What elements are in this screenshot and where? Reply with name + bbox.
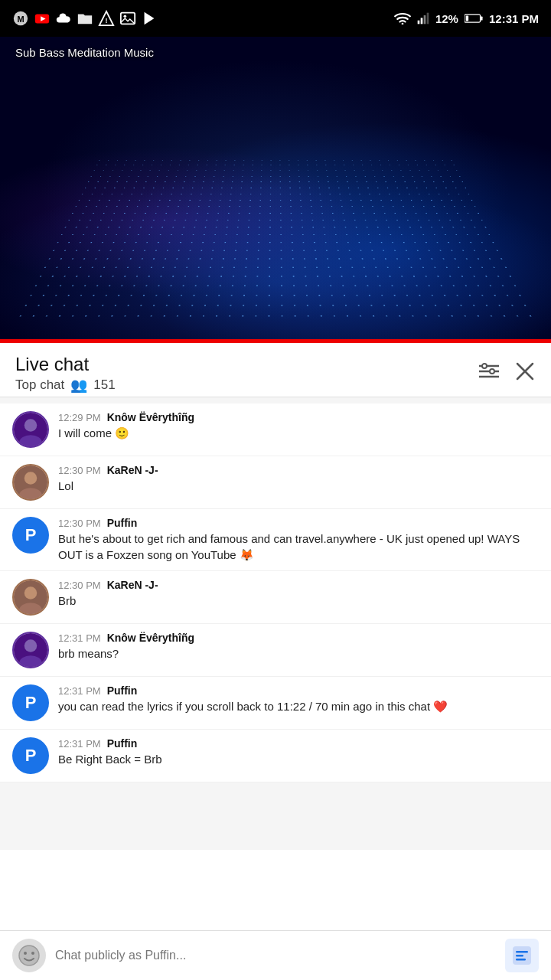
message-body: 12:31 PM Puffin you can read the lyrics … [58,684,539,714]
chat-message: P 12:31 PM Puffin Be Right Back = Brb [0,730,551,782]
avatar: P [12,517,49,554]
svg-rect-19 [482,364,487,368]
top-chat-label[interactable]: Top chat [15,377,64,393]
message-author: KaReN -J- [107,464,158,476]
chat-message: 12:30 PM KaReN -J- Lol [0,456,551,509]
message-time: 12:29 PM [58,412,101,423]
live-chat-title: Live chat [15,354,116,375]
avatar: P [12,684,49,721]
message-text: Brb [58,593,539,609]
avatar [12,579,49,616]
avatar: P [12,737,49,774]
alert-icon: ! [98,10,115,27]
message-author: Knôw Ëvêrythîñg [107,632,194,644]
m-icon: M [12,10,29,27]
emoji-button[interactable] [12,939,46,972]
folder-icon [77,10,93,27]
viewer-count: 151 [93,377,115,393]
message-text: But he's about to get rich and famous an… [58,531,539,563]
play-icon [141,10,158,27]
live-chat-title-group: Live chat Top chat 👥 151 [15,354,116,394]
message-body: 12:31 PM Knôw Ëvêrythîñg brb means? [58,632,539,662]
svg-marker-7 [145,12,155,25]
message-text: brb means? [58,645,539,662]
svg-text:M: M [17,15,24,24]
header-actions [478,361,536,387]
message-meta: 12:29 PM Knôw Ëvêrythîñg [58,411,539,423]
message-time: 12:30 PM [58,518,101,529]
message-body: 12:30 PM Puffin But he's about to get ri… [58,517,539,563]
close-button[interactable] [514,361,536,387]
signal-icon [417,12,429,24]
message-author: Knôw Ëvêrythîñg [107,411,194,423]
message-meta: 12:31 PM Puffin [58,684,539,697]
message-body: 12:31 PM Puffin Be Right Back = Brb [58,737,539,767]
image-icon [119,10,136,27]
battery-icon [465,13,483,24]
svg-rect-41 [516,959,526,961]
svg-point-24 [24,419,37,432]
avatar [12,632,49,668]
people-icon: 👥 [70,377,87,394]
message-author: Puffin [107,517,138,529]
svg-rect-9 [418,21,420,24]
svg-point-36 [24,952,27,955]
message-text: I will come 🙂 [58,425,539,441]
message-meta: 12:31 PM Knôw Ëvêrythîñg [58,632,539,644]
avatar [12,411,49,448]
message-author: Puffin [107,737,138,750]
svg-point-35 [19,946,39,965]
message-time: 12:30 PM [58,465,101,476]
youtube-icon [34,10,51,27]
svg-rect-39 [516,951,528,953]
svg-rect-40 [516,955,523,957]
video-wave-dots [10,158,541,324]
svg-point-8 [402,23,404,24]
chat-input-bar [0,930,551,980]
video-progress-bar[interactable] [0,339,551,343]
svg-rect-11 [424,15,426,24]
svg-rect-15 [466,16,468,21]
live-chat-sub: Top chat 👥 151 [15,377,116,394]
chat-input[interactable] [55,942,496,969]
message-body: 12:29 PM Knôw Ëvêrythîñg I will come 🙂 [58,411,539,441]
message-time: 12:31 PM [58,632,101,644]
svg-point-30 [24,586,37,599]
message-text: Lol [58,478,539,494]
chat-message: P 12:31 PM Puffin you can read the lyric… [0,677,551,730]
live-chat-panel: Live chat Top chat 👥 151 [0,343,551,942]
message-meta: 12:30 PM KaReN -J- [58,464,539,476]
settings-icon[interactable] [478,361,500,387]
message-meta: 12:31 PM Puffin [58,737,539,750]
svg-point-33 [24,639,37,652]
message-time: 12:30 PM [58,580,101,591]
svg-point-27 [24,472,37,485]
time: 12:31 PM [489,12,539,25]
video-title: Sub Bass Meditation Music [15,46,154,59]
chat-message: 12:30 PM KaReN -J- Brb [0,571,551,624]
message-time: 12:31 PM [58,685,101,697]
chat-message: P 12:30 PM Puffin But he's about to get … [0,509,551,571]
svg-rect-12 [427,13,429,24]
svg-point-37 [31,952,34,955]
chat-messages: 12:29 PM Knôw Ëvêrythîñg I will come 🙂 1… [0,397,551,850]
status-icons: M ! [12,10,158,27]
video-player[interactable]: Sub Bass Meditation Music [0,37,551,343]
cloud-icon [55,10,72,27]
message-body: 12:30 PM KaReN -J- Brb [58,579,539,609]
svg-rect-10 [421,18,423,24]
message-author: KaReN -J- [107,579,158,591]
message-time: 12:31 PM [58,738,101,750]
avatar [12,464,49,501]
chat-message: 12:29 PM Knôw Ëvêrythîñg I will come 🙂 [0,403,551,456]
send-button[interactable] [505,939,539,972]
message-text: Be Right Back = Brb [58,751,539,767]
message-text: you can read the lyrics if you scroll ba… [58,698,539,714]
svg-text:!: ! [105,17,107,24]
battery-text: 12% [435,12,458,25]
message-meta: 12:30 PM KaReN -J- [58,579,539,591]
chat-message: 12:31 PM Knôw Ëvêrythîñg brb means? [0,624,551,677]
svg-point-6 [124,15,127,18]
svg-rect-14 [481,16,483,20]
message-body: 12:30 PM KaReN -J- Lol [58,464,539,494]
